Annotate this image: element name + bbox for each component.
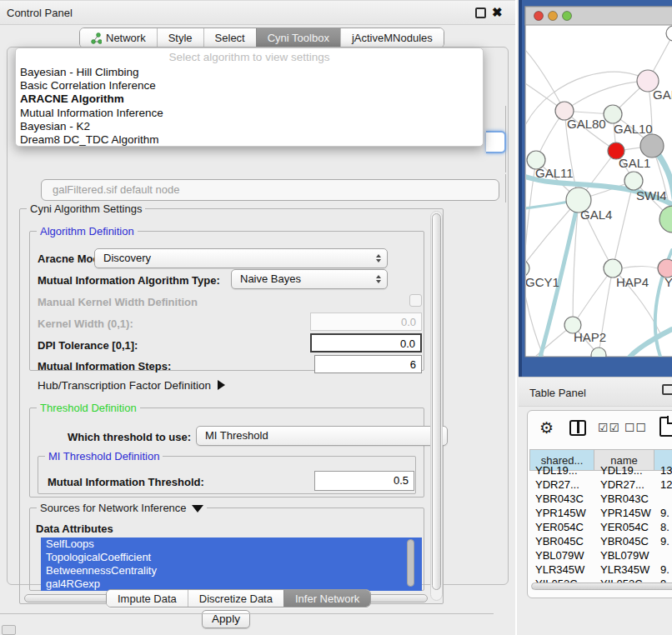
network-view: GALGAL80GAL10GAL1GAL11SWI4GAL4GCY1HAP4YH… bbox=[519, 0, 672, 377]
combo-stepper-icon bbox=[376, 254, 381, 262]
corner-button[interactable] bbox=[2, 625, 16, 635]
algorithm-option[interactable]: Bayesian - K2 bbox=[16, 120, 483, 133]
table-row[interactable]: YPR145WYPR145W9. bbox=[529, 506, 672, 520]
node-table: shared...nameYDL19...YDL19...13YDR27...Y… bbox=[529, 449, 672, 591]
table-cell: YDR27... bbox=[529, 478, 594, 492]
table-cell: YDL19... bbox=[594, 463, 654, 478]
network-desktop: GALGAL80GAL10GAL1GAL11SWI4GAL4GCY1HAP4YH… bbox=[519, 0, 672, 377]
kernel-width-field[interactable]: 0.0 bbox=[310, 312, 422, 331]
control-panel-titlebar: Control Panel ✖ bbox=[0, 0, 515, 25]
tab-infer-network[interactable]: Infer Network bbox=[283, 590, 370, 607]
tab-impute-data[interactable]: Impute Data bbox=[107, 590, 188, 607]
table-panel-float-icon[interactable] bbox=[662, 384, 672, 395]
table-cell: 13 bbox=[654, 463, 672, 478]
table-cell: YLR345W bbox=[529, 562, 594, 577]
control-panel-tab-bar: NetworkStyleSelectCyni ToolboxjActiveMNo… bbox=[79, 28, 444, 48]
close-window-icon[interactable] bbox=[534, 12, 544, 21]
window-traffic-lights[interactable] bbox=[534, 12, 572, 21]
tab-label: Style bbox=[168, 32, 193, 44]
algorithm-option[interactable]: Dream8 DC_TDC Algorithm bbox=[16, 133, 483, 147]
data-attributes-list[interactable]: SelfLoopsTopologicalCoefficientBetweenne… bbox=[41, 538, 422, 591]
table-row[interactable]: YDL19...YDL19...13 bbox=[529, 463, 672, 478]
aracne-mode-combo[interactable]: Discovery bbox=[94, 248, 388, 268]
algorithm-definition-title: Algorithm Definition bbox=[37, 225, 138, 238]
tab-label: Impute Data bbox=[118, 592, 177, 605]
mi-threshold-field[interactable]: 0.5 bbox=[314, 471, 414, 491]
mi-type-label: Mutual Information Algorithm Type: bbox=[38, 274, 220, 287]
table-cell: YPR145W bbox=[594, 506, 654, 520]
table-row[interactable]: YBR043CYBR043C bbox=[529, 492, 672, 506]
settings-scrollbar-thumb[interactable] bbox=[432, 213, 441, 590]
table-row[interactable]: YBL079WYBL079W bbox=[529, 548, 672, 562]
attributes-list-scrollbar[interactable] bbox=[407, 539, 414, 587]
tab-cyni-toolbox[interactable]: Cyni Toolbox bbox=[256, 28, 340, 48]
table-panel-body: ⚙ ☑☑ ☐☐ shared...nameYDL19...YDL19...13Y… bbox=[527, 410, 672, 598]
new-table-icon[interactable] bbox=[659, 417, 672, 437]
network-node[interactable] bbox=[640, 134, 664, 158]
table-cell: YDR27... bbox=[594, 478, 654, 492]
table-header-row: shared...name bbox=[529, 449, 672, 463]
minimize-window-icon[interactable] bbox=[549, 12, 558, 21]
expand-right-icon[interactable] bbox=[218, 380, 225, 390]
algorithm-select-popup: Select algorithm to view settings Bayesi… bbox=[15, 48, 484, 147]
algorithm-popup-placeholder: Select algorithm to view settings bbox=[16, 50, 483, 66]
collapse-down-icon[interactable] bbox=[192, 505, 203, 512]
which-threshold-combo[interactable]: MI Threshold bbox=[196, 426, 448, 446]
tab-label: Select bbox=[215, 32, 245, 44]
manual-kernel-checkbox[interactable] bbox=[409, 294, 422, 307]
sources-toggle[interactable]: Sources for Network Inference bbox=[37, 502, 207, 514]
table-cell: YBR043C bbox=[529, 492, 594, 506]
table-row[interactable]: YBR045CYBR045C9. bbox=[529, 534, 672, 548]
table-cell: 9. bbox=[654, 534, 672, 548]
zoom-window-icon[interactable] bbox=[563, 12, 572, 21]
table-cell: YBR043C bbox=[594, 492, 654, 506]
table-row[interactable]: YER054CYER054C8. bbox=[529, 520, 672, 534]
network-node-swi4[interactable] bbox=[624, 172, 643, 190]
network-window-titlebar[interactable] bbox=[525, 7, 672, 25]
algorithm-combo-fragment[interactable] bbox=[486, 131, 506, 153]
tab-style[interactable]: Style bbox=[157, 28, 203, 48]
tab-label: Network bbox=[106, 32, 146, 44]
which-threshold-value: MI Threshold bbox=[205, 429, 268, 442]
gear-icon[interactable]: ⚙ bbox=[539, 418, 554, 438]
node-label: Y bbox=[664, 275, 672, 289]
table-source-combo[interactable]: galFiltered.sif default node bbox=[41, 179, 499, 201]
table-cell: 8. bbox=[654, 520, 672, 534]
dpi-tolerance-label: DPI Tolerance [0,1]: bbox=[38, 339, 138, 352]
dpi-tolerance-field[interactable]: 0.0 bbox=[310, 333, 422, 352]
mi-type-combo[interactable]: Naive Bayes bbox=[231, 269, 388, 289]
attribute-item-selected[interactable]: TopologicalCoefficient bbox=[41, 551, 422, 564]
algorithm-option[interactable]: ARACNE Algorithm bbox=[16, 92, 483, 106]
float-panel-icon[interactable] bbox=[475, 8, 486, 18]
mi-steps-field[interactable]: 6 bbox=[314, 355, 422, 373]
hub-definition-toggle[interactable]: Hub/Transcription Factor Definition bbox=[38, 379, 225, 392]
cyni-algorithm-settings-title: Cyni Algorithm Settings bbox=[27, 202, 145, 215]
settings-scrollbar-track[interactable] bbox=[430, 211, 443, 601]
tab-label: Infer Network bbox=[295, 592, 359, 605]
node-label: GAL bbox=[653, 88, 672, 102]
node-label: HAP4 bbox=[616, 275, 649, 289]
deselect-all-columns-icon[interactable]: ☐☐ bbox=[624, 421, 647, 434]
select-all-columns-icon[interactable]: ☑☑ bbox=[598, 421, 620, 434]
algorithm-option[interactable]: Mutual Information Inference bbox=[16, 107, 483, 120]
algorithm-option[interactable]: Basic Correlation Inference bbox=[16, 79, 483, 92]
table-cell: YPR145W bbox=[529, 506, 594, 520]
algorithm-option[interactable]: Bayesian - Hill Climbing bbox=[16, 66, 483, 79]
tab-select[interactable]: Select bbox=[203, 28, 256, 48]
table-row[interactable]: YDR27...YDR27...12 bbox=[529, 478, 672, 492]
close-panel-icon[interactable]: ✖ bbox=[492, 5, 503, 20]
aracne-mode-value: Discovery bbox=[103, 252, 151, 264]
table-cell: 9. bbox=[654, 562, 672, 577]
tab-jactivemnodules[interactable]: jActiveMNodules bbox=[340, 28, 444, 48]
attribute-item-selected[interactable]: BetweennessCentrality bbox=[41, 564, 422, 578]
split-columns-icon[interactable] bbox=[569, 420, 586, 436]
tab-discretize-data[interactable]: Discretize Data bbox=[188, 590, 283, 607]
tab-network[interactable]: Network bbox=[80, 28, 157, 48]
table-hscrollbar[interactable] bbox=[531, 582, 672, 590]
network-node[interactable] bbox=[591, 348, 606, 362]
table-row[interactable]: YLR345WYLR345W9. bbox=[529, 562, 672, 577]
attribute-item-selected[interactable]: SelfLoops bbox=[41, 538, 422, 551]
network-node-gal10[interactable] bbox=[604, 105, 622, 123]
mi-threshold-label: Mutual Information Threshold: bbox=[48, 476, 204, 488]
mi-threshold-group-title: MI Threshold Definition bbox=[45, 450, 163, 462]
